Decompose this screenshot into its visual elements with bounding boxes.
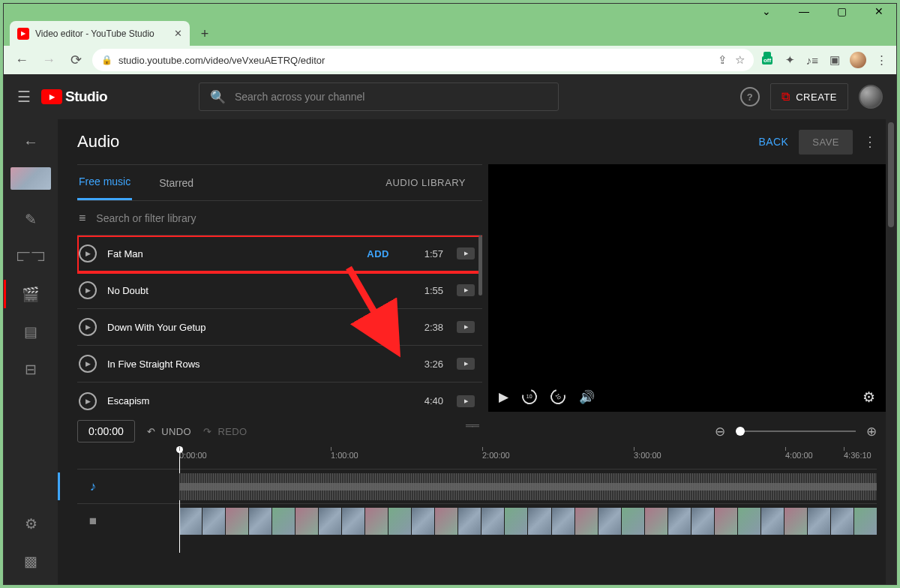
audio-tabs: Free music Starred AUDIO LIBRARY	[77, 165, 482, 201]
youtube-badge-icon	[457, 248, 475, 260]
browser-reload-button[interactable]: ⟳	[65, 50, 86, 70]
play-icon[interactable]	[79, 244, 97, 262]
video-canvas[interactable]	[488, 164, 886, 382]
ruler-mark: 0:00:00	[179, 451, 207, 460]
chrome-menu-icon[interactable]: ⋮	[874, 52, 889, 68]
page-title: Audio	[77, 132, 119, 152]
channel-search-input[interactable]: 🔍 Search across your channel	[199, 82, 559, 111]
content-scrollbar[interactable]	[886, 119, 896, 584]
timecode-display[interactable]: 0:00:00	[77, 420, 135, 442]
timeline-section: 0:00:00 ↶ UNDO ↷ REDO ══ ⊖	[58, 412, 896, 538]
browser-back-button[interactable]: ←	[11, 50, 32, 70]
play-icon[interactable]	[79, 355, 97, 373]
share-icon[interactable]: ⇪	[718, 53, 728, 67]
rail-settings-gear-icon[interactable]: ⚙	[4, 505, 58, 542]
volume-icon[interactable]: 🔊	[579, 389, 595, 405]
hamburger-menu-icon[interactable]: ☰	[17, 88, 31, 106]
track-row[interactable]: In Five Straight Rows 3:26	[77, 346, 482, 382]
rail-back-arrow-icon[interactable]: ←	[23, 134, 38, 151]
save-button[interactable]: SAVE	[799, 130, 853, 154]
window-minimize-icon[interactable]: —	[793, 4, 815, 18]
tab-close-icon[interactable]: ✕	[174, 28, 182, 39]
more-vertical-icon[interactable]: ⋮	[863, 134, 877, 150]
undo-button[interactable]: ↶ UNDO	[147, 426, 191, 437]
tab-free-music[interactable]: Free music	[77, 165, 132, 200]
timeline-ruler[interactable]: 0:00:00 1:00:00 2:00:00 3:00:00 4:00:00 …	[109, 451, 877, 469]
filter-row[interactable]: ≡ Search or filter library	[77, 201, 482, 236]
audio-waveform[interactable]	[179, 473, 877, 500]
ruler-mark: 4:00:00	[785, 451, 813, 460]
video-filmstrip[interactable]	[179, 508, 877, 535]
studio-logo[interactable]: Studio	[41, 88, 107, 105]
browser-forward-button[interactable]: →	[38, 50, 59, 70]
window-close-icon[interactable]: ✕	[868, 4, 890, 18]
rail-subtitles-icon[interactable]: ⊟	[4, 350, 58, 388]
video-lane-icon[interactable]: ■	[77, 504, 109, 538]
help-icon[interactable]: ?	[740, 87, 760, 106]
track-row[interactable]: Escapism 4:40	[77, 382, 482, 412]
music-lane-icon[interactable]: ♪	[77, 470, 109, 503]
ruler-mark: 3:00:00	[634, 451, 662, 460]
rail-comments-icon[interactable]: ▤	[4, 313, 58, 350]
account-avatar[interactable]	[859, 85, 883, 109]
video-preview: ▶ 10 10 🔊 ⚙	[488, 164, 886, 412]
audio-panel: Free music Starred AUDIO LIBRARY ≡ Searc…	[77, 164, 482, 412]
track-title: No Doubt	[107, 285, 412, 296]
redo-button[interactable]: ↷ REDO	[203, 426, 248, 437]
zoom-slider[interactable]	[736, 430, 856, 432]
studio-header: ☰ Studio 🔍 Search across your channel ? …	[4, 74, 896, 119]
play-icon[interactable]	[79, 318, 97, 336]
zoom-out-icon[interactable]: ⊖	[715, 424, 725, 440]
bookmark-star-icon[interactable]: ☆	[735, 53, 745, 67]
add-track-button[interactable]: ADD	[367, 248, 389, 260]
extension-icons: off ✦ ♪≡ ▣ ⋮	[760, 52, 889, 68]
extensions-puzzle-icon[interactable]: ✦	[782, 52, 797, 68]
track-row[interactable]: Fat Man ADD 1:57	[77, 236, 482, 272]
extension-off-icon[interactable]: off	[760, 52, 775, 68]
editor-row: Free music Starred AUDIO LIBRARY ≡ Searc…	[58, 164, 896, 412]
video-controls: ▶ 10 10 🔊 ⚙	[488, 382, 886, 412]
music-note-icon[interactable]: ♪≡	[805, 52, 820, 68]
audio-library-link[interactable]: AUDIO LIBRARY	[386, 177, 482, 188]
rail-editor-icon[interactable]: 🎬	[4, 275, 58, 313]
play-icon[interactable]	[79, 392, 97, 410]
play-icon[interactable]	[79, 281, 97, 299]
window-frame: ⌄ — ▢ ✕ Video editor - YouTube Studio ✕ …	[3, 3, 897, 585]
new-tab-button[interactable]: +	[194, 23, 215, 44]
browser-toolbar: ← → ⟳ 🔒 studio.youtube.com/video/veVxeuA…	[4, 46, 896, 74]
address-bar[interactable]: 🔒 studio.youtube.com/video/veVxeuAETRQ/e…	[92, 49, 754, 71]
window-dropdown-icon[interactable]: ⌄	[755, 4, 778, 18]
track-title: Down With Your Getup	[107, 322, 412, 333]
play-button-icon[interactable]: ▶	[499, 389, 508, 405]
filter-placeholder: Search or filter library	[96, 212, 196, 224]
rail-details-pencil-icon[interactable]: ✎	[4, 200, 58, 238]
video-thumbnail[interactable]	[10, 167, 51, 190]
ruler-mark: 2:00:00	[482, 451, 510, 460]
browser-tab-active[interactable]: Video editor - YouTube Studio ✕	[10, 21, 190, 46]
lock-icon: 🔒	[101, 55, 112, 65]
window-maximize-icon[interactable]: ▢	[830, 4, 853, 18]
tab-starred[interactable]: Starred	[158, 165, 195, 200]
profile-avatar-small[interactable]	[850, 52, 866, 68]
track-duration: 2:38	[412, 322, 443, 333]
create-button[interactable]: ⧉ CREATE	[770, 83, 848, 110]
side-panel-icon[interactable]: ▣	[827, 52, 842, 68]
track-row[interactable]: No Doubt 1:55	[77, 272, 482, 309]
drag-handle-icon[interactable]: ══	[466, 419, 478, 431]
timeline-playhead[interactable]	[179, 448, 180, 553]
track-row[interactable]: Down With Your Getup 2:38	[77, 309, 482, 346]
track-list: Fat Man ADD 1:57 No Doubt 1:55	[77, 236, 482, 412]
forward-10-icon[interactable]: 10	[548, 386, 568, 406]
audio-track-lane: ♪	[77, 469, 877, 503]
track-duration: 1:57	[412, 248, 443, 260]
back-link[interactable]: BACK	[759, 136, 789, 148]
zoom-in-icon[interactable]: ⊕	[866, 424, 877, 440]
settings-gear-icon[interactable]: ⚙	[862, 388, 875, 406]
track-list-scrollbar[interactable]	[478, 236, 482, 296]
replay-10-icon[interactable]: 10	[519, 386, 539, 406]
rail-analytics-icon[interactable]: ⫍⫎	[4, 238, 58, 275]
rail-feedback-icon[interactable]: ▩	[4, 542, 58, 580]
page-header: Audio BACK SAVE ⋮	[58, 119, 896, 164]
tab-favicon-icon	[17, 28, 29, 40]
studio-app: ☰ Studio 🔍 Search across your channel ? …	[4, 74, 896, 584]
